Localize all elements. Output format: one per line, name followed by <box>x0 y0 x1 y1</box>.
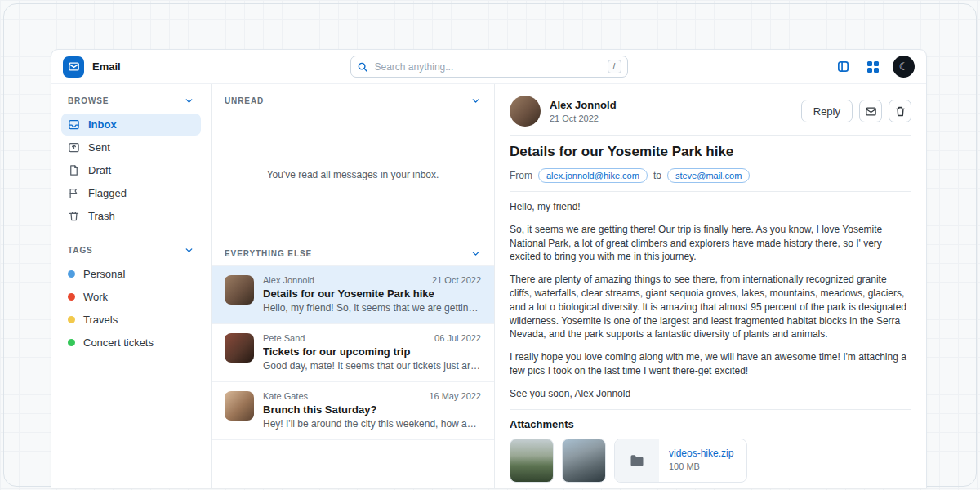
sidebar-section-tags-wrap: TAGS Personal Work Travels <box>61 245 201 354</box>
attachments-label: Attachments <box>510 418 911 430</box>
mail-sender: Kate Gates <box>263 391 308 401</box>
email-date: 21 Oct 2022 <box>550 114 617 123</box>
sidebar-section-tags[interactable]: TAGS <box>61 245 201 263</box>
mail-item-body: Alex Jonnold 21 Oct 2022 Details for our… <box>263 275 481 314</box>
email-paragraph: Hello, my friend! <box>510 200 911 214</box>
envelope-icon <box>68 60 80 73</box>
reply-button[interactable]: Reply <box>801 100 853 122</box>
from-label: From <box>510 170 532 181</box>
mail-item-body: Pete Sand 06 Jul 2022 Tickets for our up… <box>263 333 481 372</box>
email-detail-pane: Alex Jonnold 21 Oct 2022 Reply Details f… <box>495 84 926 488</box>
file-name-link[interactable]: videos-hike.zip <box>669 448 733 459</box>
email-body: Hello, my friend! So, it seems we are ge… <box>510 200 911 401</box>
mail-item-list: Alex Jonnold 21 Oct 2022 Details for our… <box>212 265 494 440</box>
sidebar-item-label: Sent <box>88 141 110 154</box>
attachment-photo-2[interactable] <box>562 439 606 483</box>
email-paragraph: So, it seems we are getting there! Our t… <box>510 223 911 264</box>
sidebar-item-inbox[interactable]: Inbox <box>61 114 201 136</box>
from-address-chip[interactable]: alex.jonnold@hike.com <box>538 168 648 183</box>
file-size: 100 MB <box>669 461 733 471</box>
mail-preview: Hey! I'll be around the city this weeken… <box>263 418 481 430</box>
mail-item-tickets[interactable]: Pete Sand 06 Jul 2022 Tickets for our up… <box>212 324 494 382</box>
search-input[interactable]: Search anything... / <box>350 56 628 78</box>
divider <box>510 409 911 410</box>
trash-icon <box>68 210 80 222</box>
to-address-chip[interactable]: steve@mail.com <box>667 168 750 183</box>
tag-dot <box>68 293 75 301</box>
mail-preview: Hello, my friend! So, it seems that we a… <box>263 302 481 314</box>
chevron-down-icon <box>470 248 481 259</box>
layout-icon <box>836 60 850 74</box>
to-label: to <box>653 170 662 181</box>
apps-grid-icon <box>867 61 879 73</box>
mail-item-brunch[interactable]: Kate Gates 16 May 2022 Brunch this Satur… <box>212 382 494 440</box>
mail-date: 06 Jul 2022 <box>434 333 481 343</box>
avatar <box>225 275 254 305</box>
avatar <box>225 333 254 363</box>
chevron-down-icon <box>184 245 194 256</box>
email-paragraph: I really hope you love coming along with… <box>510 350 911 378</box>
draft-icon <box>68 164 80 176</box>
browse-label: BROWSE <box>68 96 109 105</box>
avatar <box>225 391 254 421</box>
from-to-row: From alex.jonnold@hike.com to steve@mail… <box>510 168 911 183</box>
mail-sender: Alex Jonnold <box>263 275 314 285</box>
everything-else-section-header[interactable]: EVERYTHING ELSE <box>212 237 494 265</box>
unread-label: UNREAD <box>225 96 264 105</box>
search-placeholder: Search anything... <box>375 61 601 73</box>
mail-preview: Good day, mate! It seems that our ticket… <box>263 360 481 372</box>
main-area: BROWSE Inbox Sent Draft Flagged <box>51 84 926 488</box>
sidebar-item-label: Trash <box>88 210 115 222</box>
sidebar-tag-travels[interactable]: Travels <box>61 309 201 331</box>
forward-mail-button[interactable] <box>859 100 882 122</box>
folder-icon <box>615 439 659 482</box>
attachments-row: videos-hike.zip 100 MB <box>510 439 911 483</box>
mail-sender: Pete Sand <box>263 333 305 343</box>
trash-icon <box>894 105 906 118</box>
tag-dot <box>68 339 75 346</box>
sidebar-tag-concert-tickets[interactable]: Concert tickets <box>61 332 201 354</box>
email-subject: Details for our Yosemite Park hike <box>510 144 911 160</box>
layout-toggle-button[interactable] <box>832 56 853 78</box>
email-signoff: See you soon, Alex Jonnold <box>510 387 911 401</box>
mail-subject: Brunch this Saturday? <box>263 403 481 416</box>
sidebar-item-flagged[interactable]: Flagged <box>61 182 201 204</box>
email-app-window: Email Search anything... / ☾ BROWSE <box>51 49 927 488</box>
everything-else-label: EVERYTHING ELSE <box>225 249 312 258</box>
dark-mode-toggle[interactable]: ☾ <box>893 56 915 78</box>
moon-icon: ☾ <box>899 60 909 73</box>
mail-subject: Tickets for our upcoming trip <box>263 345 481 358</box>
sidebar-item-trash[interactable]: Trash <box>61 205 201 227</box>
mail-item-yosemite[interactable]: Alex Jonnold 21 Oct 2022 Details for our… <box>212 266 494 324</box>
mail-date: 16 May 2022 <box>429 391 481 401</box>
unread-section-header[interactable]: UNREAD <box>212 84 494 113</box>
sidebar-item-sent[interactable]: Sent <box>61 136 201 158</box>
mail-subject: Details for our Yosemite Park hike <box>263 287 481 300</box>
attachment-photo-1[interactable] <box>510 439 554 483</box>
sidebar-tag-work[interactable]: Work <box>61 286 201 308</box>
delete-button[interactable] <box>889 100 911 122</box>
apps-grid-button[interactable] <box>862 56 884 78</box>
sidebar-section-browse[interactable]: BROWSE <box>61 96 201 114</box>
file-meta: videos-hike.zip 100 MB <box>659 439 746 482</box>
tag-label: Work <box>83 291 108 303</box>
sidebar-tag-personal[interactable]: Personal <box>61 263 201 285</box>
inbox-icon <box>68 118 80 131</box>
divider <box>510 191 911 192</box>
tag-label: Travels <box>83 314 118 326</box>
sidebar-item-label: Inbox <box>88 118 117 131</box>
email-paragraph: There are plenty of amazing things to se… <box>510 273 911 341</box>
tag-label: Personal <box>83 268 125 280</box>
search-shortcut-badge: / <box>608 60 621 74</box>
message-list: UNREAD You've read all messages in your … <box>212 84 495 488</box>
sender-info: Alex Jonnold 21 Oct 2022 <box>550 99 617 123</box>
tag-dot <box>68 270 75 278</box>
top-bar: Email Search anything... / ☾ <box>51 50 926 84</box>
avatar <box>510 96 541 127</box>
flag-icon <box>68 187 80 199</box>
attachment-file-card[interactable]: videos-hike.zip 100 MB <box>614 439 747 483</box>
app-logo <box>63 56 84 78</box>
sidebar: BROWSE Inbox Sent Draft Flagged <box>51 84 212 488</box>
sidebar-item-draft[interactable]: Draft <box>61 159 201 181</box>
email-detail-header: Alex Jonnold 21 Oct 2022 Reply <box>510 96 911 127</box>
